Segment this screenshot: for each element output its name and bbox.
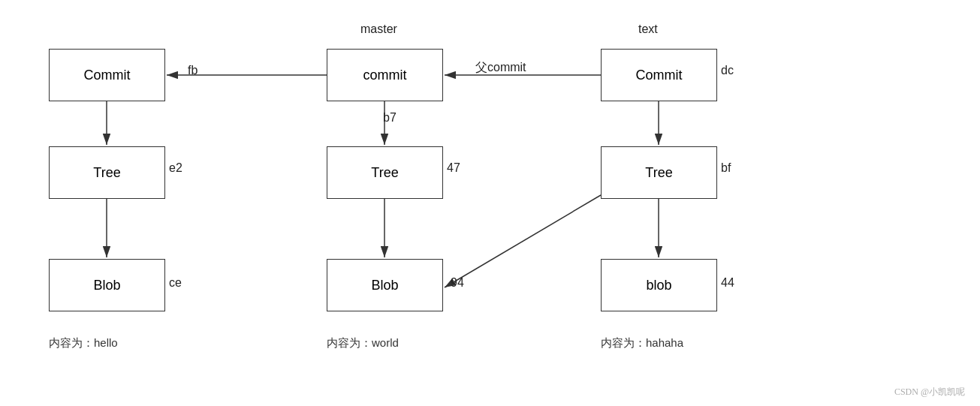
content-left: 内容为：hello [49, 336, 118, 350]
blob-left-node: Blob [49, 259, 165, 311]
commit-right-node: Commit [601, 49, 717, 101]
blob-left-label: Blob [93, 278, 120, 293]
fb-label: fb [188, 64, 198, 77]
blob-right-label: blob [646, 278, 671, 293]
tree-center-node: Tree [327, 146, 443, 199]
master-branch-label: master [360, 23, 397, 36]
94-label: 94 [451, 276, 464, 290]
commit-center-node: commit [327, 49, 443, 101]
tree-right-node: Tree [601, 146, 717, 199]
tree-left-node: Tree [49, 146, 165, 199]
bf-label: bf [721, 161, 731, 175]
47-label: 47 [447, 161, 460, 175]
svg-line-9 [445, 195, 601, 287]
e2-label: e2 [169, 161, 182, 175]
blob-center-label: Blob [371, 278, 398, 293]
tree-center-label: Tree [371, 165, 398, 181]
watermark: CSDN @小凯凯呢 [894, 386, 965, 398]
text-branch-label: text [638, 23, 658, 36]
commit-left-node: Commit [49, 49, 165, 101]
tree-left-label: Tree [93, 165, 120, 181]
content-right: 内容为：hahaha [601, 336, 683, 350]
content-center: 内容为：world [327, 336, 399, 350]
fu-commit-label: 父commit [475, 60, 526, 76]
44-label: 44 [721, 276, 734, 290]
dc-label: dc [721, 64, 734, 77]
diagram-container: master text Commit fb commit b7 Commit d… [0, 0, 980, 406]
blob-right-node: blob [601, 259, 717, 311]
commit-center-label: commit [363, 68, 407, 83]
commit-right-label: Commit [636, 68, 683, 83]
blob-center-node: Blob [327, 259, 443, 311]
b7-label: b7 [383, 111, 397, 125]
commit-left-label: Commit [84, 68, 131, 83]
ce-label: ce [169, 276, 182, 290]
tree-right-label: Tree [645, 165, 672, 181]
